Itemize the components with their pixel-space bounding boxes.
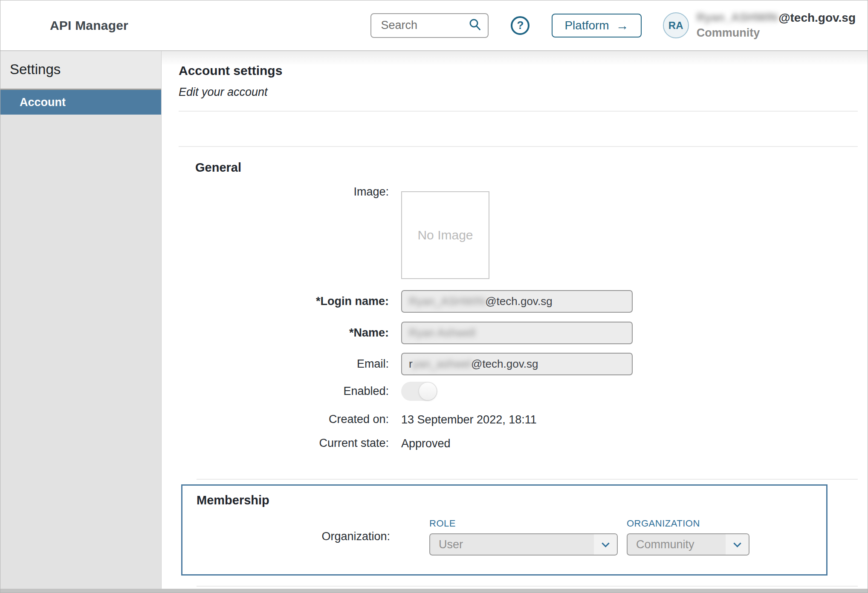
- chevron-down-icon[interactable]: [726, 534, 749, 555]
- api-manager-window: API Manager ? Platform → RA Ryan_ASHWIN@…: [0, 0, 868, 593]
- page-head: Account settings Edit your account: [162, 51, 868, 99]
- platform-button-label: Platform: [564, 19, 609, 32]
- created-on-value: 13 September 2022, 18:11: [401, 413, 868, 426]
- role-field: ROLE User: [429, 518, 618, 556]
- page-title: Account settings: [179, 63, 868, 78]
- search-box[interactable]: [370, 13, 489, 38]
- platform-button[interactable]: Platform →: [552, 14, 641, 37]
- general-heading: General: [195, 160, 868, 175]
- divider: [197, 479, 858, 480]
- user-organization: Community: [697, 26, 856, 40]
- image-row: Image: No Image: [162, 185, 868, 279]
- current-state-row: Current state: Approved: [162, 437, 868, 450]
- user-email: Ryan_ASHWIN@tech.gov.sg: [697, 11, 856, 25]
- organization-label: Organization:: [197, 518, 390, 543]
- divider: [179, 146, 858, 147]
- login-name-input[interactable]: Ryan_ASHWIN@tech.gov.sg: [401, 290, 633, 313]
- app-header: API Manager ? Platform → RA Ryan_ASHWIN@…: [0, 0, 868, 51]
- sidebar: Settings Account: [0, 51, 162, 593]
- email-domain: @tech.gov.sg: [471, 357, 538, 371]
- name-input[interactable]: Ryan Ashwell: [401, 322, 633, 344]
- no-image-text: No Image: [417, 228, 473, 242]
- role-dropdown[interactable]: User: [429, 533, 618, 556]
- app-title: API Manager: [50, 18, 128, 33]
- image-placeholder[interactable]: No Image: [401, 191, 489, 279]
- organization-field-label: ORGANIZATION: [627, 518, 749, 529]
- role-field-label: ROLE: [429, 518, 618, 529]
- sidebar-item-label: Account: [20, 96, 66, 109]
- organization-field: ORGANIZATION Community: [627, 518, 749, 556]
- email-row: Email: ryan_ashwel@tech.gov.sg: [162, 353, 868, 375]
- arrow-right-icon: →: [616, 19, 629, 32]
- avatar[interactable]: RA: [663, 12, 689, 38]
- current-state-label: Current state:: [162, 437, 389, 450]
- page-subtitle: Edit your account: [179, 85, 868, 99]
- user-email-domain: @tech.gov.sg: [778, 11, 856, 25]
- enabled-label: Enabled:: [162, 385, 389, 398]
- role-dropdown-value: User: [430, 534, 594, 555]
- organization-dropdown-value: Community: [628, 534, 726, 555]
- login-name-label: *Login name:: [162, 295, 389, 308]
- help-icon[interactable]: ?: [511, 16, 529, 35]
- name-row: *Name: Ryan Ashwell: [162, 322, 868, 344]
- horizontal-scrollbar[interactable]: [0, 589, 868, 593]
- divider: [179, 111, 858, 112]
- name-redacted: Ryan Ashwell: [409, 326, 475, 340]
- sidebar-title: Settings: [0, 51, 161, 89]
- account-form: Image: No Image *Login name: Ryan_ASHWIN…: [162, 185, 868, 450]
- current-state-value: Approved: [401, 437, 868, 450]
- created-on-label: Created on:: [162, 413, 389, 426]
- enabled-toggle[interactable]: [401, 382, 437, 401]
- organization-dropdown[interactable]: Community: [627, 533, 749, 556]
- main-content: Account settings Edit your account Gener…: [162, 51, 868, 593]
- login-name-row: *Login name: Ryan_ASHWIN@tech.gov.sg: [162, 290, 868, 313]
- sidebar-item-account[interactable]: Account: [0, 89, 161, 115]
- user-name-redacted: Ryan_ASHWIN: [697, 11, 778, 24]
- image-label: Image:: [162, 185, 389, 199]
- email-label: Email:: [162, 357, 389, 371]
- search-input[interactable]: [380, 18, 468, 32]
- toggle-knob: [419, 383, 437, 400]
- name-label: *Name:: [162, 326, 389, 340]
- divider: [197, 586, 858, 587]
- login-name-redacted: Ryan_ASHWIN: [409, 295, 485, 308]
- login-name-domain: @tech.gov.sg: [485, 295, 552, 308]
- email-input[interactable]: ryan_ashwel@tech.gov.sg: [401, 353, 633, 375]
- chevron-down-icon[interactable]: [594, 534, 617, 555]
- organization-row: Organization: ROLE User ORGANIZATION: [197, 518, 826, 556]
- user-info: Ryan_ASHWIN@tech.gov.sg Community: [697, 11, 856, 40]
- enabled-row: Enabled:: [162, 382, 868, 401]
- created-on-row: Created on: 13 September 2022, 18:11: [162, 413, 868, 426]
- email-prefix: r: [409, 357, 413, 371]
- membership-section: Membership Organization: ROLE User ORGAN: [181, 484, 827, 576]
- membership-heading: Membership: [197, 492, 826, 508]
- search-icon[interactable]: [468, 18, 482, 33]
- email-redacted: yan_ashwel: [413, 357, 471, 371]
